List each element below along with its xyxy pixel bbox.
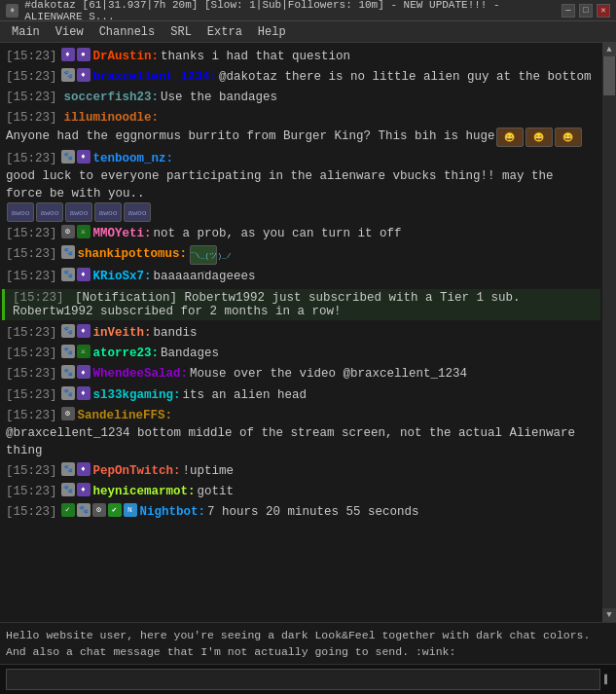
timestamp: [15:23] [6,407,57,424]
emote-awoo-2: awoo [36,202,63,222]
username[interactable]: illuminoodle: [64,109,160,127]
timestamp: [15:23] [6,503,57,521]
title-bar-controls: ─ □ ✕ [562,4,610,18]
list-item: [15:23] 🐾 shankipottomus: ¯\_(ツ)_/¯ [2,244,600,266]
badge-sub: ♦ [77,365,91,379]
badge-gear: ⚙ [92,503,106,517]
timestamp: [15:23] [6,225,57,242]
username[interactable]: KRioSx7: [93,268,152,285]
badge-list: 🐾 ♦ [61,68,91,82]
badge-sub: ♦ [61,48,75,61]
list-item: [15:23] illuminoodle: Anyone had the egg… [2,108,600,147]
badge-list: 🐾 ♦ [61,324,91,338]
badge-paw: 🐾 [61,345,75,358]
timestamp: [15:23] [6,268,57,285]
list-item: [15:23] 🐾 ♦ KRioSx7: baaaaandageees [2,267,600,286]
list-item: [15:23] ⚙ ⚔ MMOYeti: not a prob, as you … [2,224,600,243]
badge-list: 🐾 ♦ [61,386,91,400]
username[interactable]: inVeith: [93,324,152,342]
badge-paw: 🐾 [61,324,75,338]
badge-paw: 🐾 [61,365,75,379]
menu-view[interactable]: View [48,24,91,40]
username[interactable]: atorre23: [93,345,160,362]
chat-input[interactable] [6,669,600,690]
badge-list: 🐾 ♦ [61,150,91,164]
username[interactable]: SandelineFFS: [78,407,173,424]
timestamp: [15:23] [13,291,64,305]
menu-help[interactable]: Help [250,24,294,40]
badge-paw: 🐾 [61,386,75,400]
list-item: [15:23] 🐾 ♦ heynicemarmot: gotit [2,482,600,501]
input-area: ▌ [0,664,616,694]
menu-srl[interactable]: SRL [163,24,199,40]
list-item: [15:23] ♦ ● DrAustin: thanks i had that … [2,47,600,66]
scrollbar-thumb[interactable] [603,56,615,95]
maximize-button[interactable]: □ [579,4,593,18]
username[interactable]: DrAustin: [93,48,160,65]
badge-check: ✓ [61,503,75,517]
timestamp: [15:23] [6,324,57,342]
badge-list: 🐾 [61,245,75,259]
close-button[interactable]: ✕ [597,4,610,18]
badge-sub: ♦ [77,462,91,476]
username[interactable]: heynicemarmot: [93,483,196,500]
username[interactable]: braxcellent_1234: [93,68,218,86]
username[interactable]: WhendeeSalad: [93,365,189,383]
list-item: [15:23] 🐾 ⚔ atorre23: Bandages [2,344,600,363]
timestamp: [15:23] [6,365,57,383]
message-text: Anyone had the eggnormus burrito from Bu… [6,128,495,145]
timestamp: [15:23] [6,245,57,263]
emote-shrug: ¯\_(ツ)_/¯ [190,245,217,265]
chat-area[interactable]: [15:23] ♦ ● DrAustin: thanks i had that … [0,43,602,622]
username[interactable]: Nightbot: [140,503,206,521]
badge-list: ⚙ [61,407,75,420]
badge-sub: ♦ [77,483,91,496]
timestamp: [15:23] [6,48,57,65]
scroll-up-button[interactable]: ▲ [602,43,616,56]
username[interactable]: tenboom_nz: [93,150,174,167]
badge-list: 🐾 ♦ [61,268,91,281]
emote-face3: 😄 [555,128,582,147]
timestamp: [15:23] [6,386,57,404]
menu-extra[interactable]: Extra [199,24,250,40]
badge-check2: ✔ [108,503,122,517]
username[interactable]: shankipottomus: [78,245,188,263]
timestamp: [15:23] [6,150,57,167]
timestamp: [15:23] [6,462,57,480]
cursor-indicator: ▌ [604,675,610,685]
message-text: Mouse over the video @braxcellent_1234 [190,365,467,383]
scroll-down-button[interactable]: ▼ [602,608,616,622]
message-text: 7 hours 20 minutes 55 seconds [207,503,419,521]
chat-wrapper: [15:23] ♦ ● DrAustin: thanks i had that … [0,43,616,622]
emote-awoo-1: awoo [7,202,34,222]
info-bar: Hello website user, here you're seeing a… [0,622,616,665]
badge-paw: 🐾 [61,483,75,496]
app-icon: ♦ [6,4,18,18]
menu-main[interactable]: Main [4,24,48,40]
badge-list: 🐾 ♦ [61,483,91,496]
badge-gear: ⚙ [61,407,75,420]
username[interactable]: soccerfish23: [64,89,160,106]
badge-list: ♦ ● [61,48,91,61]
emote-awoo-4: awoo [94,202,122,222]
username[interactable]: MMOYeti: [93,225,152,242]
list-item: [15:23] soccerfish23: Use the bandages [2,88,600,107]
badge-sub: ♦ [77,268,91,281]
menu-channels[interactable]: Channels [91,24,163,40]
badge-list: ✓ 🐾 ⚙ ✔ N [61,503,137,517]
badge-paw: 🐾 [77,503,91,517]
badge-mod: ⚔ [77,225,91,238]
menu-bar: Main View Channels SRL Extra Help [0,21,616,43]
badge-paw: 🐾 [61,245,75,259]
badge-mod: ⚔ [77,345,91,358]
badge-paw: 🐾 [61,462,75,476]
minimize-button[interactable]: ─ [562,4,575,18]
scrollbar: ▲ ▼ [602,43,616,622]
emote-awoo-5: awoo [124,202,151,222]
username[interactable]: sl33kgaming: [93,386,181,404]
list-item: [15:23] ⚙ SandelineFFS: @braxcellent_123… [2,406,600,460]
message-text: Use the bandages [161,89,277,106]
message-text: !uptime [183,462,235,480]
username[interactable]: PepOnTwitch: [93,462,181,480]
timestamp: [15:23] [6,345,57,362]
